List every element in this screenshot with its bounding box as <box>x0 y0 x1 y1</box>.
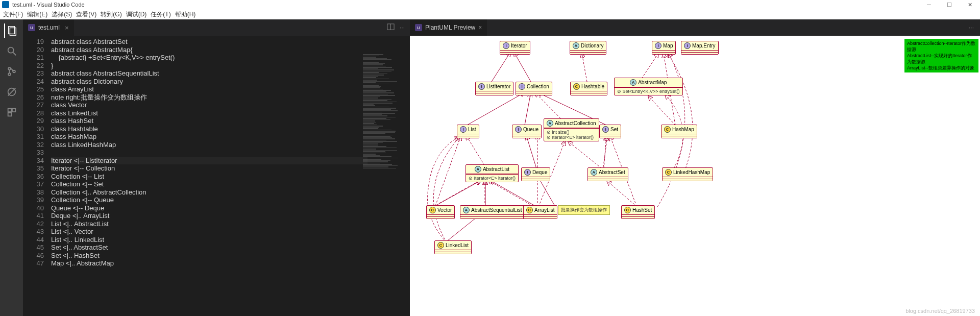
uml-linkedlist: CLinkedList <box>434 240 472 254</box>
menu-task[interactable]: 任务(T) <box>151 10 170 19</box>
uml-abstractcollection: AAbstractCollection⊘ int size()⊘ Iterato… <box>544 118 599 141</box>
menu-select[interactable]: 选择(S) <box>52 10 72 19</box>
uml-deque: IDeque <box>521 167 550 181</box>
svg-line-39 <box>490 180 534 205</box>
preview-group: U PlantUML Preview × ··· <box>410 19 980 316</box>
extensions-icon[interactable] <box>5 105 19 119</box>
menu-debug[interactable]: 调试(D) <box>126 10 147 19</box>
uml-set: ISet <box>599 125 621 138</box>
explorer-icon[interactable] <box>4 23 18 38</box>
tab-test-uml[interactable]: U test.uml × <box>23 19 75 36</box>
uml-dictionary: ADictionary <box>570 41 606 55</box>
preview-actions: ··· <box>969 24 980 31</box>
svg-line-37 <box>436 180 481 205</box>
debug-icon[interactable] <box>5 85 19 99</box>
uml-vector: CVector <box>426 205 455 219</box>
svg-point-5 <box>8 73 11 76</box>
uml-list: IList <box>457 125 479 138</box>
file-icon: U <box>28 24 35 31</box>
uml-arraylist: CArrayList <box>523 205 557 219</box>
window-controls: ─ ☐ ✕ <box>919 0 980 9</box>
uml-queue: IQueue <box>512 125 542 138</box>
minimize-button[interactable]: ─ <box>919 0 939 9</box>
svg-line-27 <box>568 141 602 168</box>
tab-actions: ··· <box>387 19 410 36</box>
vscode-logo-icon <box>2 1 9 8</box>
vertical-scrollbar[interactable] <box>404 52 410 316</box>
svg-line-34 <box>607 181 637 207</box>
uml-collection: ICollection <box>516 82 552 95</box>
uml-abstractsequentiallist: AAbstractSequentialList <box>460 205 525 219</box>
svg-line-17 <box>525 92 531 125</box>
svg-line-33 <box>648 96 675 125</box>
svg-line-22 <box>526 135 536 168</box>
preview-tab-label: PlantUML Preview <box>425 24 475 31</box>
svg-point-2 <box>8 47 13 53</box>
close-window-button[interactable]: ✕ <box>960 0 980 9</box>
preview-more-icon[interactable]: ··· <box>969 24 974 31</box>
svg-line-41 <box>541 181 555 207</box>
svg-line-16 <box>467 92 525 125</box>
svg-line-14 <box>492 52 510 82</box>
uml-hashset: CHashSet <box>621 205 655 219</box>
watermark: blog.csdn.net/qq_26819733 <box>905 308 975 314</box>
svg-line-28 <box>604 136 606 168</box>
svg-line-24 <box>439 180 480 203</box>
source-control-icon[interactable] <box>5 64 19 79</box>
preview-tab-close-icon[interactable]: × <box>478 24 482 31</box>
uml-hashtable: CHashtable <box>570 82 607 95</box>
menu-goto[interactable]: 转到(G) <box>101 10 121 19</box>
uml-iterator: IIterator <box>500 41 530 55</box>
preview-tabs: U PlantUML Preview × ··· <box>410 19 980 36</box>
minimap[interactable] <box>363 54 404 146</box>
svg-line-15 <box>514 52 531 82</box>
svg-line-23 <box>488 180 536 208</box>
editor-body[interactable]: 1920212223242526272829303132333435363738… <box>23 36 410 316</box>
menu-help[interactable]: 帮助(H) <box>175 10 196 19</box>
search-icon[interactable] <box>5 44 19 58</box>
svg-line-30 <box>582 53 587 82</box>
menu-edit[interactable]: 编辑(E) <box>27 10 47 19</box>
menu-file[interactable]: 文件(F) <box>3 10 23 19</box>
svg-rect-9 <box>8 109 11 112</box>
editor-tabs: U test.uml × ··· <box>23 19 410 36</box>
tab-close-icon[interactable]: × <box>65 24 69 32</box>
menu-bar: 文件(F) 编辑(E) 选择(S) 查看(V) 转到(G) 调试(D) 任务(T… <box>0 9 980 19</box>
uml-listiterator: IListIterator <box>475 82 513 95</box>
svg-line-21 <box>435 136 461 206</box>
uml-map-entry: IMap.Entry <box>681 41 719 55</box>
uml-abstractset: AAbstractSet <box>587 167 628 181</box>
tab-label: test.uml <box>38 24 60 31</box>
activity-bar <box>0 19 23 316</box>
menu-view[interactable]: 查看(V) <box>76 10 96 19</box>
code-area[interactable]: abstract class AbstractSetabstract class… <box>51 36 410 316</box>
uml-abstractmap: AAbstractMap⊘ Set<Entry<K,V>> entrySet() <box>614 78 683 95</box>
svg-point-4 <box>8 67 11 70</box>
tab-plantuml-preview[interactable]: U PlantUML Preview × <box>410 19 487 36</box>
svg-line-3 <box>13 53 16 56</box>
more-actions-icon[interactable]: ··· <box>400 24 405 31</box>
line-gutter: 1920212223242526272829303132333435363738… <box>23 36 51 316</box>
svg-rect-10 <box>12 109 15 112</box>
svg-line-20 <box>466 135 486 168</box>
maximize-button[interactable]: ☐ <box>939 0 960 9</box>
uml-map: IMap <box>652 41 676 55</box>
uml-note-arraylist: 批量操作变为数组操作 <box>558 205 610 215</box>
uml-abstractlist: AAbstractList⊘ Iterator<E> iterator() <box>465 164 519 182</box>
uml-linkedhashmap: CLinkedHashMap <box>662 167 713 181</box>
preview-file-icon: U <box>415 24 422 31</box>
svg-rect-11 <box>8 113 11 116</box>
preview-body[interactable]: IIterator ADictionary IMap IMap.Entry IL… <box>410 36 980 316</box>
split-editor-icon[interactable] <box>387 23 395 32</box>
window-title: test.uml - Visual Studio Code <box>12 2 85 8</box>
title-bar: test.uml - Visual Studio Code ─ ☐ ✕ <box>0 0 980 9</box>
uml-hashmap: CHashMap <box>661 125 697 138</box>
svg-point-6 <box>13 70 15 73</box>
svg-line-36 <box>603 136 607 171</box>
editor-group: U test.uml × ··· 19202122232425262728293… <box>23 19 410 316</box>
uml-green-note: AbstractCollection--Iterator作为数据源 Abstra… <box>904 39 978 72</box>
